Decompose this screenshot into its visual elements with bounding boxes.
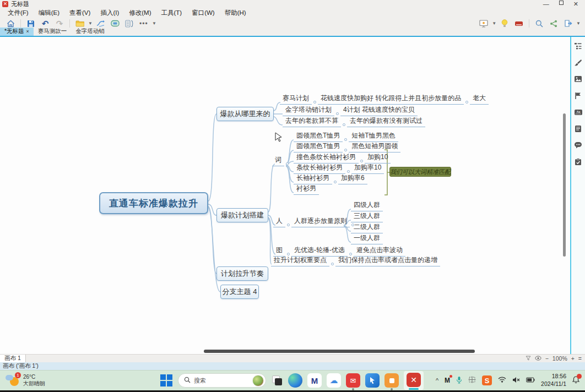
topic[interactable]: 黑色短袖男圆领 bbox=[349, 141, 400, 153]
m-app-icon[interactable]: M bbox=[307, 373, 322, 388]
task-view-button[interactable] bbox=[271, 374, 283, 386]
task-icon[interactable] bbox=[573, 157, 583, 166]
notification-bell-icon[interactable] bbox=[572, 376, 579, 385]
flag-icon[interactable] bbox=[573, 91, 583, 100]
topic[interactable]: 衬衫男 bbox=[294, 184, 319, 195]
topic[interactable]: 撞色条纹长袖衬衫男 bbox=[294, 153, 359, 164]
topic[interactable]: 一级人群 bbox=[351, 233, 383, 244]
weather-widget[interactable]: 1 26°C 大部晴朗 bbox=[0, 374, 160, 388]
topic[interactable]: 先优选-轮播-优选 bbox=[291, 246, 348, 257]
topic-word[interactable]: 词 bbox=[272, 155, 284, 166]
export-dropdown-icon[interactable]: ▼ bbox=[576, 21, 581, 26]
more-dropdown-icon[interactable]: ▼ bbox=[152, 21, 156, 26]
topic[interactable]: 加购率10 bbox=[351, 163, 384, 174]
topic[interactable]: 加购10 bbox=[365, 153, 391, 164]
menu-help[interactable]: 帮助(H) bbox=[220, 8, 251, 18]
undo-icon[interactable]: ↶ bbox=[40, 19, 51, 29]
horizontal-scrollbar[interactable] bbox=[204, 350, 475, 353]
topic[interactable]: 花钱速度快加购好 转化跟得上并且初步放量的品 bbox=[318, 94, 464, 105]
notes-icon[interactable] bbox=[573, 124, 583, 133]
topic[interactable]: 圆领黑色T恤男 bbox=[294, 141, 343, 153]
tray-expand-icon[interactable]: ^ bbox=[436, 377, 438, 384]
menu-tools[interactable]: 工具(T) bbox=[156, 8, 186, 18]
zoom-fit-button[interactable]: = bbox=[578, 355, 582, 362]
topic[interactable]: 4计划 花钱速度快的宝贝 bbox=[340, 105, 418, 116]
filter-icon[interactable] bbox=[526, 355, 531, 362]
topic[interactable]: 条纹长袖衬衫男 bbox=[294, 163, 345, 174]
xmind-icon[interactable]: ✕ bbox=[407, 373, 421, 387]
topic-people[interactable]: 人 bbox=[273, 216, 285, 227]
topic[interactable]: 加购率6 bbox=[338, 173, 367, 184]
share-icon[interactable] bbox=[548, 19, 559, 29]
pointer-app-icon[interactable] bbox=[365, 373, 380, 388]
marker-icon[interactable] bbox=[513, 19, 524, 29]
topic[interactable]: 四级人群 bbox=[351, 200, 383, 211]
orange-app-icon[interactable] bbox=[384, 373, 399, 388]
wifi-icon[interactable] bbox=[498, 377, 506, 384]
search-box[interactable]: 搜索 bbox=[178, 373, 266, 388]
menu-window[interactable]: 窗口(W) bbox=[187, 8, 219, 18]
battery-icon[interactable] bbox=[526, 377, 535, 384]
more-tools-icon[interactable]: ••• bbox=[138, 19, 149, 29]
topic[interactable]: 金字塔动销计划 bbox=[283, 105, 334, 116]
theme-dropdown-icon[interactable]: ▼ bbox=[88, 21, 93, 26]
clock[interactable]: 18:56 2024/11/1 bbox=[541, 373, 566, 388]
topic[interactable]: 圆领黑色T恤男 bbox=[294, 131, 343, 142]
zoom-in-button[interactable]: + bbox=[571, 355, 575, 362]
presentation-dropdown-icon[interactable]: ▼ bbox=[492, 21, 496, 26]
summary-icon[interactable] bbox=[124, 19, 135, 29]
topic[interactable]: 我们保持点击率或者点击量的递增 bbox=[335, 255, 440, 266]
topic[interactable]: 长袖衬衫男 bbox=[294, 173, 332, 184]
topic[interactable]: 人群逐步放量原则 bbox=[291, 216, 350, 227]
menu-edit[interactable]: 编辑(E) bbox=[34, 8, 64, 18]
branch-subtopic-4[interactable]: 分支主题 4 bbox=[220, 285, 259, 299]
menu-insert[interactable]: 插入(I) bbox=[96, 8, 123, 18]
tray-m-icon[interactable]: M bbox=[445, 377, 450, 384]
active-app-highlight[interactable]: ✕ bbox=[404, 371, 424, 390]
tab-jinzita[interactable]: 金字塔动销 bbox=[71, 28, 109, 36]
format-brush-icon[interactable] bbox=[573, 58, 583, 67]
sheet-tab-canvas1[interactable]: 画布 1 bbox=[0, 355, 26, 363]
menu-modify[interactable]: 修改(M) bbox=[124, 8, 155, 18]
screenshot-icon[interactable] bbox=[468, 376, 476, 385]
vertical-scrollbar[interactable] bbox=[563, 113, 566, 257]
outline-icon[interactable] bbox=[573, 41, 583, 51]
topic[interactable]: 避免点击率波动 bbox=[354, 246, 405, 257]
boundary-icon[interactable] bbox=[110, 19, 121, 29]
image-icon[interactable] bbox=[573, 74, 583, 84]
zoom-out-button[interactable]: − bbox=[545, 355, 549, 362]
tab-close-icon[interactable]: × bbox=[26, 29, 29, 34]
tab-untitled[interactable]: *无标题× bbox=[0, 28, 34, 36]
comment-icon[interactable] bbox=[573, 140, 583, 150]
start-button[interactable] bbox=[160, 374, 173, 387]
menu-view[interactable]: 查看(V) bbox=[65, 8, 95, 18]
branch-lift-rhythm[interactable]: 计划拉升节奏 bbox=[216, 266, 268, 281]
topic[interactable]: 老大 bbox=[470, 94, 489, 105]
sticker-label-icon[interactable]: Aa bbox=[573, 107, 583, 117]
save-icon[interactable] bbox=[25, 19, 36, 29]
zoom-search-icon[interactable] bbox=[534, 19, 545, 29]
preview-eye-icon[interactable] bbox=[535, 355, 541, 362]
theme-icon[interactable] bbox=[74, 19, 85, 29]
home-icon[interactable] bbox=[5, 19, 16, 29]
cloud-app-icon[interactable]: ☁ bbox=[327, 373, 341, 388]
summary-topic[interactable]: 我们可以大词精准匹配 bbox=[389, 167, 451, 177]
redo-icon[interactable]: ↷ bbox=[54, 19, 65, 29]
minimize-button[interactable]: — bbox=[543, 1, 549, 8]
topic-pic[interactable]: 图 bbox=[273, 246, 285, 257]
topic[interactable]: 去年的老款算不算 bbox=[283, 116, 341, 127]
topic[interactable]: 去年的爆款有没有测试过 bbox=[347, 116, 425, 127]
topic[interactable]: 拉升计划权重要点 bbox=[271, 255, 329, 266]
branch-plan-build[interactable]: 爆款计划搭建 bbox=[216, 208, 268, 222]
export-icon[interactable] bbox=[562, 19, 573, 29]
topic[interactable]: 二级人群 bbox=[351, 222, 383, 233]
lightbulb-icon[interactable] bbox=[499, 19, 510, 29]
restore-button[interactable] bbox=[559, 1, 564, 5]
microphone-icon[interactable] bbox=[456, 376, 462, 385]
tab-saima[interactable]: 赛马测款一 bbox=[34, 28, 72, 36]
presentation-icon[interactable] bbox=[478, 19, 489, 29]
volume-muted-icon[interactable] bbox=[512, 377, 520, 385]
search-highlight-avatar[interactable] bbox=[252, 375, 264, 386]
topic[interactable]: 三级人群 bbox=[351, 211, 383, 222]
relationship-icon[interactable] bbox=[95, 19, 106, 29]
